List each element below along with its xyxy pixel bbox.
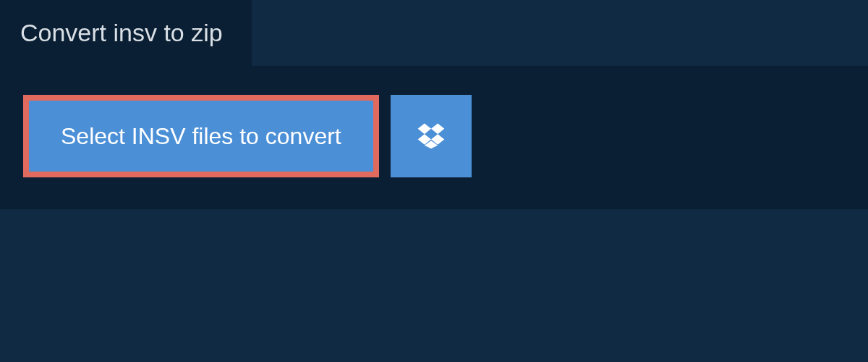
dropbox-button[interactable]: [391, 95, 472, 177]
page-title: Convert insv to zip: [20, 19, 223, 46]
converter-panel: Select INSV files to convert: [0, 66, 868, 209]
page-title-tab: Convert insv to zip: [0, 0, 252, 66]
dropbox-icon: [415, 121, 447, 152]
select-files-highlight: Select INSV files to convert: [23, 95, 379, 177]
button-row: Select INSV files to convert: [23, 95, 845, 177]
select-files-button[interactable]: Select INSV files to convert: [29, 101, 373, 172]
select-files-label: Select INSV files to convert: [61, 123, 341, 149]
